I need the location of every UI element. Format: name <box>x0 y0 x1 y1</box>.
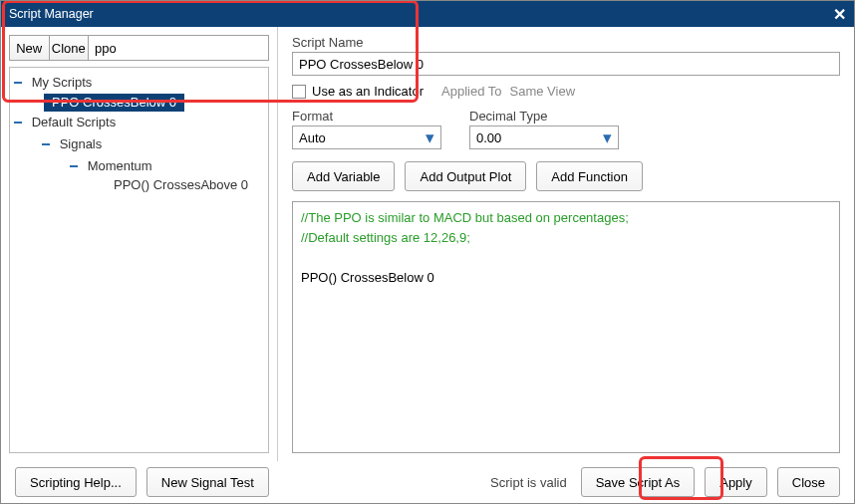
tree-label: My Scripts <box>32 75 93 90</box>
indicator-checkbox[interactable] <box>292 85 306 99</box>
tree-leaf-ppo-above[interactable]: PPO() CrossesAbove 0 <box>114 177 266 192</box>
footer-left: Scripting Help... New Signal Test <box>15 467 269 497</box>
chevron-down-icon: ▾ <box>603 127 612 148</box>
format-dropdown[interactable]: Auto ▾ <box>292 126 441 149</box>
add-function-button[interactable]: Add Function <box>536 161 643 191</box>
btn-label: Add Function <box>551 169 628 184</box>
tree-label: Momentum <box>88 158 152 173</box>
validity-status: Script is valid <box>490 475 567 490</box>
format-value: Auto <box>299 130 326 145</box>
btn-label: Save Script As <box>596 475 681 490</box>
tree-my-scripts[interactable]: My Scripts <box>14 72 266 94</box>
footer: Scripting Help... New Signal Test Script… <box>1 461 854 503</box>
new-button[interactable]: New <box>10 36 50 60</box>
collapse-icon[interactable] <box>14 118 24 127</box>
same-view-text: Same View <box>510 84 576 99</box>
search-input[interactable] <box>89 36 268 60</box>
script-name-input[interactable] <box>292 52 840 76</box>
decimal-value: 0.00 <box>476 130 501 145</box>
script-editor[interactable]: //The PPO is similar to MACD but based o… <box>292 201 840 453</box>
collapse-icon[interactable] <box>70 161 80 171</box>
tree-signals[interactable]: Signals <box>42 133 266 155</box>
tree-item-selected[interactable]: PPO CrossesBelow 0 <box>44 94 184 112</box>
btn-label: Add Variable <box>307 169 380 184</box>
format-label: Format <box>292 109 441 124</box>
btn-label: Scripting Help... <box>30 475 122 490</box>
scripting-help-button[interactable]: Scripting Help... <box>15 467 137 497</box>
decimal-label: Decimal Type <box>469 109 619 124</box>
window-title: Script Manager <box>9 7 94 21</box>
clone-button[interactable]: Clone <box>50 36 90 60</box>
btn-label: New Signal Test <box>161 475 254 490</box>
script-name-label: Script Name <box>292 35 840 50</box>
tree-default-scripts[interactable]: Default Scripts <box>14 112 266 133</box>
right-panel: Script Name Use as an Indicator Applied … <box>278 27 854 461</box>
apply-button[interactable]: Apply <box>705 467 767 497</box>
add-output-plot-button[interactable]: Add Output Plot <box>405 161 526 191</box>
add-variable-button[interactable]: Add Variable <box>292 161 395 191</box>
indicator-row: Use as an Indicator Applied To Same View <box>292 84 840 99</box>
btn-label: Close <box>792 475 825 490</box>
collapse-icon[interactable] <box>42 139 52 149</box>
tree-label: Signals <box>60 136 103 151</box>
indicator-label: Use as an Indicator <box>312 84 424 99</box>
collapse-icon[interactable] <box>14 78 24 88</box>
content-area: New Clone My Scripts PPO CrossesBelow 0 … <box>1 27 854 461</box>
applied-to-label: Applied To <box>441 84 501 99</box>
close-button[interactable]: Close <box>777 467 840 497</box>
footer-right: Script is valid Save Script As Apply Clo… <box>490 467 840 497</box>
left-toolbar: New Clone <box>9 35 269 61</box>
editor-comment: //The PPO is similar to MACD but based o… <box>301 210 629 225</box>
left-panel: New Clone My Scripts PPO CrossesBelow 0 … <box>1 27 278 461</box>
format-row: Format Auto ▾ Decimal Type 0.00 ▾ <box>292 109 840 149</box>
clone-label: Clone <box>52 41 86 56</box>
btn-label: Add Output Plot <box>420 169 511 184</box>
action-row: Add Variable Add Output Plot Add Functio… <box>292 161 840 191</box>
save-script-as-button[interactable]: Save Script As <box>581 467 696 497</box>
script-tree[interactable]: My Scripts PPO CrossesBelow 0 Default Sc… <box>9 67 269 453</box>
editor-body: PPO() CrossesBelow 0 <box>301 270 434 285</box>
tree-label: Default Scripts <box>32 115 117 129</box>
titlebar: Script Manager ✕ <box>1 1 854 27</box>
new-label: New <box>16 41 42 56</box>
chevron-down-icon: ▾ <box>426 127 434 148</box>
tree-momentum[interactable]: Momentum <box>70 155 266 177</box>
editor-comment: //Default settings are 12,26,9; <box>301 230 470 245</box>
btn-label: Apply <box>719 475 752 490</box>
decimal-dropdown[interactable]: 0.00 ▾ <box>469 126 619 149</box>
new-signal-test-button[interactable]: New Signal Test <box>146 467 269 497</box>
close-icon[interactable]: ✕ <box>833 5 846 24</box>
